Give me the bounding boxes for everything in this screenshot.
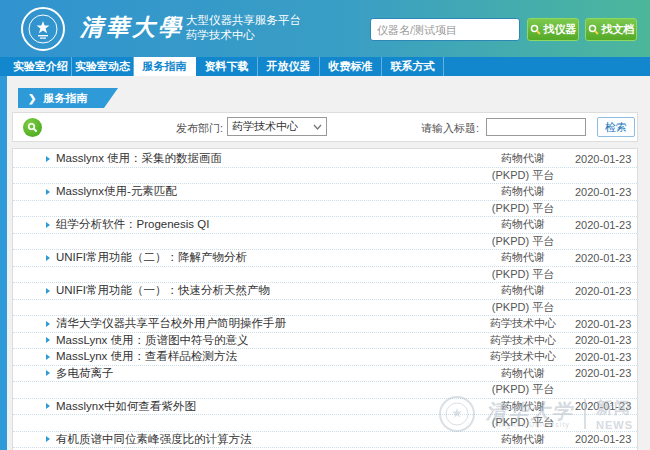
breadcrumb-label: 服务指南: [43, 92, 87, 104]
date-cell: 2020-01-23: [575, 400, 637, 412]
date-cell: 2020-01-23: [575, 318, 637, 330]
find-document-button[interactable]: 找文档: [585, 18, 637, 41]
date-cell: 2020-01-23: [575, 252, 637, 264]
page-header: 清華大學 大型仪器共享服务平台 药学技术中心 找仪器 找文档: [0, 0, 650, 57]
breadcrumb[interactable]: ❯服务指南: [18, 88, 118, 108]
find-instrument-button[interactable]: 找仪器: [527, 18, 579, 41]
department-cell-line2: (PKPD) 平台: [471, 300, 575, 315]
list-item: UNIFI常用功能（二）：降解产物分析药物代谢2020-01-23 (PKPD)…: [13, 250, 637, 283]
search-submit-button[interactable]: 检索: [597, 117, 635, 137]
date-cell: 2020-01-23: [575, 433, 637, 445]
find-instrument-label: 找仪器: [544, 22, 577, 37]
bullet-icon: [46, 288, 50, 294]
document-link[interactable]: 多电荷离子: [13, 366, 471, 381]
university-calligraphy: 清華大學: [80, 12, 184, 43]
bullet-icon: [46, 436, 50, 442]
department-selected-value: 药学技术中心: [232, 119, 313, 134]
department-cell: 药物代谢: [471, 184, 575, 199]
document-link[interactable]: UNIFI常用功能（一）：快速分析天然产物: [13, 283, 471, 298]
list-item: MassLynx 使用：查看样品检测方法药学技术中心2020-01-23: [13, 349, 637, 366]
list-item: 多电荷离子药物代谢2020-01-23 (PKPD) 平台: [13, 366, 637, 399]
document-list: Masslynx 使用：采集的数据画面药物代谢2020-01-23 (PKPD)…: [12, 148, 638, 450]
tab-open-instruments[interactable]: 开放仪器: [258, 57, 320, 76]
title-search-label: 请输入标题:: [421, 121, 479, 136]
list-item: UNIFI常用功能（一）：快速分析天然产物药物代谢2020-01-23 (PKP…: [13, 283, 637, 316]
center-title: 药学技术中心: [186, 28, 301, 43]
bullet-icon: [46, 222, 50, 228]
instrument-search-input[interactable]: [370, 18, 520, 41]
list-item: Masslynx使用-元素匹配药物代谢2020-01-23 (PKPD) 平台: [13, 184, 637, 217]
bullet-icon: [46, 354, 50, 360]
department-cell: 药物代谢: [471, 250, 575, 265]
department-label: 发布部门:: [176, 121, 223, 136]
list-item: Masslynx 使用：采集的数据画面药物代谢2020-01-23 (PKPD)…: [13, 151, 637, 184]
date-cell: 2020-01-23: [575, 367, 637, 379]
date-cell: 2020-01-23: [575, 186, 637, 198]
department-cell: 药物代谢: [471, 366, 575, 381]
search-icon[interactable]: [23, 118, 42, 137]
list-item: 清华大学仪器共享平台校外用户简明操作手册药学技术中心2020-01-23: [13, 316, 637, 333]
bullet-icon: [46, 189, 50, 195]
department-cell: 药物代谢: [471, 283, 575, 298]
department-cell: 药物代谢: [471, 217, 575, 232]
tab-lab-news[interactable]: 实验室动态: [72, 57, 134, 76]
chevron-down-icon: [313, 124, 322, 130]
document-link[interactable]: MassLynx 使用：查看样品检测方法: [13, 349, 471, 364]
department-cell-line2: (PKPD) 平台: [471, 382, 575, 397]
department-cell: 药物代谢: [471, 399, 575, 414]
department-cell: 药学技术中心: [471, 316, 575, 331]
document-link[interactable]: 清华大学仪器共享平台校外用户简明操作手册: [13, 316, 471, 331]
date-cell: 2020-01-23: [575, 219, 637, 231]
magnifier-icon: [530, 24, 541, 35]
tab-fee-standards[interactable]: 收费标准: [320, 57, 382, 76]
department-cell: 药物代谢: [471, 151, 575, 166]
document-link[interactable]: UNIFI常用功能（二）：降解产物分析: [13, 250, 471, 265]
department-cell-line2: (PKPD) 平台: [471, 201, 575, 216]
tsinghua-logo: [20, 6, 66, 52]
department-cell: 药学技术中心: [471, 349, 575, 364]
department-cell-line2: (PKPD) 平台: [471, 267, 575, 282]
department-select[interactable]: 药学技术中心: [227, 117, 327, 136]
tab-contact[interactable]: 联系方式: [382, 57, 444, 76]
bullet-icon: [46, 321, 50, 327]
bullet-icon: [46, 255, 50, 261]
bullet-icon: [46, 370, 50, 376]
bullet-icon: [46, 156, 50, 162]
list-item: 有机质谱中同位素峰强度比的计算方法药物代谢2020-01-23 (PKPD) 平…: [13, 432, 637, 450]
left-edge-strip: [0, 76, 7, 450]
department-cell: 药学技术中心: [471, 333, 575, 348]
date-cell: 2020-01-23: [575, 285, 637, 297]
document-link[interactable]: Masslynx中如何查看紫外图: [13, 399, 471, 414]
title-search-input[interactable]: [486, 118, 586, 136]
date-cell: 2020-01-23: [575, 153, 637, 165]
bullet-icon: [46, 403, 50, 409]
document-link[interactable]: 组学分析软件：Progenesis QI: [13, 217, 471, 232]
document-link[interactable]: MassLynx 使用：质谱图中符号的意义: [13, 333, 471, 348]
filter-panel: 发布部门: 药学技术中心 请输入标题: 检索: [12, 112, 638, 142]
list-item: MassLynx 使用：质谱图中符号的意义药学技术中心2020-01-23: [13, 333, 637, 350]
department-cell-line2: (PKPD) 平台: [471, 415, 575, 430]
department-cell-line2: (PKPD) 平台: [471, 168, 575, 183]
site-subtitle: 大型仪器共享服务平台 药学技术中心: [186, 13, 301, 43]
document-link[interactable]: Masslynx使用-元素匹配: [13, 184, 471, 199]
main-nav: 实验室介绍 实验室动态 服务指南 资料下载 开放仪器 收费标准 联系方式: [0, 57, 650, 76]
tab-downloads[interactable]: 资料下载: [196, 57, 258, 76]
date-cell: 2020-01-23: [575, 334, 637, 346]
list-item: 组学分析软件：Progenesis QI药物代谢2020-01-23 (PKPD…: [13, 217, 637, 250]
document-link[interactable]: 有机质谱中同位素峰强度比的计算方法: [13, 432, 471, 447]
tab-lab-intro[interactable]: 实验室介绍: [10, 57, 72, 76]
date-cell: 2020-01-23: [575, 351, 637, 363]
magnifier-icon: [588, 24, 599, 35]
platform-title: 大型仪器共享服务平台: [186, 13, 301, 28]
breadcrumb-chevron-icon: ❯: [28, 93, 36, 104]
list-item: Masslynx中如何查看紫外图药物代谢2020-01-23 (PKPD) 平台: [13, 399, 637, 432]
department-cell-line2: (PKPD) 平台: [471, 234, 575, 249]
bullet-icon: [46, 337, 50, 343]
document-link[interactable]: Masslynx 使用：采集的数据画面: [13, 151, 471, 166]
find-document-label: 找文档: [602, 22, 635, 37]
tab-service-guide[interactable]: 服务指南: [134, 57, 196, 76]
department-cell: 药物代谢: [471, 432, 575, 447]
